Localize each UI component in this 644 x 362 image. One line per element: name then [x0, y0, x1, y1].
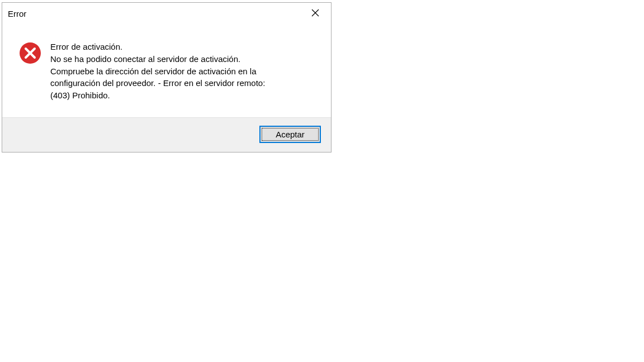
close-button[interactable] [303, 5, 328, 22]
dialog-title: Error [8, 9, 26, 18]
dialog-footer: Aceptar [2, 117, 331, 152]
error-dialog: Error Error de activación. No se ha podi… [2, 2, 332, 153]
accept-button[interactable]: Aceptar [259, 126, 321, 143]
close-icon [311, 9, 319, 18]
titlebar: Error [2, 3, 331, 24]
error-icon [19, 42, 41, 64]
error-message: Error de activación. No se ha podido con… [50, 41, 265, 102]
content-area: Error de activación. No se ha podido con… [2, 24, 331, 117]
